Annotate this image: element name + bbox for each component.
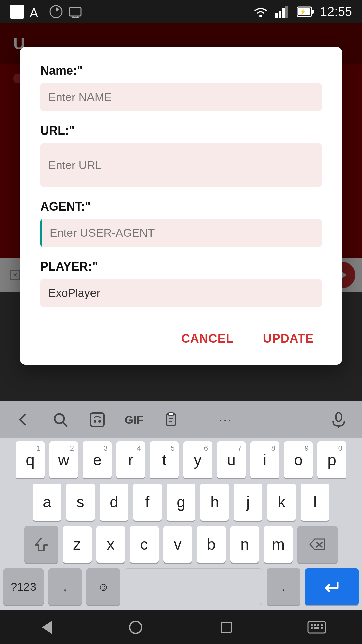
num-hint-3: 3 <box>104 444 108 453</box>
enter-icon <box>323 580 340 593</box>
nav-recents-btn[interactable] <box>213 614 240 641</box>
key-s[interactable]: s <box>66 484 95 521</box>
key-backspace[interactable] <box>297 526 338 563</box>
key-emoji[interactable]: ☺ <box>86 568 120 605</box>
key-k[interactable]: k <box>267 484 296 521</box>
key-z[interactable]: z <box>63 526 92 563</box>
svg-rect-22 <box>169 413 173 415</box>
toolbar-divider <box>198 408 198 431</box>
player-input[interactable] <box>40 279 322 307</box>
key-b[interactable]: b <box>197 526 226 563</box>
key-r[interactable]: 4r <box>116 441 145 478</box>
key-y[interactable]: 6y <box>183 441 212 478</box>
key-q[interactable]: 1q <box>16 441 45 478</box>
nav-home-icon <box>127 619 144 636</box>
svg-point-6 <box>259 15 262 17</box>
key-row-2: a s d f g h j k l <box>3 484 359 521</box>
sticker-icon <box>89 411 106 428</box>
player-field-group: PLAYER:" <box>40 260 322 316</box>
svg-rect-25 <box>336 413 341 421</box>
key-j[interactable]: j <box>234 484 262 521</box>
svg-point-20 <box>98 420 101 423</box>
svg-rect-39 <box>321 627 323 629</box>
svg-rect-34 <box>314 624 316 626</box>
key-period[interactable]: . <box>267 568 300 605</box>
key-num-sym[interactable]: ?123 <box>3 568 44 605</box>
svg-rect-7 <box>275 13 278 18</box>
key-space[interactable] <box>125 568 262 605</box>
dialog-actions: CANCEL UPDATE <box>40 326 322 351</box>
svg-rect-37 <box>311 627 313 629</box>
name-field-group: Name:" <box>40 64 322 120</box>
key-x[interactable]: x <box>96 526 125 563</box>
key-h[interactable]: h <box>200 484 229 521</box>
url-label: URL:" <box>40 124 322 138</box>
keyboard-mic-btn[interactable] <box>325 406 352 433</box>
svg-rect-9 <box>282 8 285 18</box>
keyboard-gif-btn[interactable]: GIF <box>121 406 147 433</box>
update-button[interactable]: UPDATE <box>255 326 322 351</box>
key-d[interactable]: d <box>100 484 128 521</box>
keyboard-sticker-btn[interactable] <box>84 406 111 433</box>
key-row-4: ?123 , ☺ . <box>3 568 359 605</box>
url-input[interactable] <box>40 143 322 187</box>
key-o[interactable]: 9o <box>284 441 313 478</box>
num-hint-7: 7 <box>238 444 242 453</box>
key-c[interactable]: c <box>130 526 159 563</box>
svg-point-19 <box>94 420 96 423</box>
mic-icon <box>330 411 347 428</box>
key-m[interactable]: m <box>264 526 293 563</box>
key-e[interactable]: 3e <box>83 441 112 478</box>
wifi-icon <box>252 5 269 18</box>
keyboard-more-btn[interactable]: ··· <box>212 406 239 433</box>
num-hint-4: 4 <box>137 444 141 453</box>
key-comma[interactable]: , <box>48 568 82 605</box>
clipboard-icon <box>163 411 179 428</box>
nav-keyboard-icon <box>307 619 327 636</box>
agent-input[interactable] <box>40 219 322 247</box>
key-u[interactable]: 7u <box>217 441 246 478</box>
nav-home-btn[interactable] <box>122 614 149 641</box>
key-l[interactable]: l <box>301 484 329 521</box>
bottom-nav-bar <box>0 610 362 644</box>
svg-rect-2 <box>70 7 81 16</box>
num-hint-0: 0 <box>338 444 342 453</box>
svg-rect-38 <box>314 627 319 629</box>
key-t[interactable]: 5t <box>150 441 179 478</box>
nav-back-btn[interactable] <box>32 614 59 641</box>
keyboard-clipboard-btn[interactable] <box>158 406 184 433</box>
status-icon-1 <box>10 5 24 19</box>
key-row-3: z x c v b n m <box>3 526 359 563</box>
key-f[interactable]: f <box>133 484 162 521</box>
svg-rect-10 <box>285 6 288 18</box>
name-label: Name:" <box>40 64 322 78</box>
agent-label: AGENT:" <box>40 200 322 214</box>
key-row-1: 1q 2w 3e 4r 5t 6y 7u 8i 9o 0p <box>3 441 359 478</box>
time-display: 12:55 <box>320 5 352 19</box>
cancel-button[interactable]: CANCEL <box>173 326 242 351</box>
key-v[interactable]: v <box>163 526 192 563</box>
edit-dialog: Name:" URL:" AGENT:" PLAYER:" CANCEL UPD… <box>20 47 342 365</box>
key-shift[interactable] <box>24 526 58 563</box>
keyboard-search-btn[interactable] <box>47 406 74 433</box>
status-icon-2: A <box>29 5 44 19</box>
key-a[interactable]: a <box>33 484 61 521</box>
num-hint-8: 8 <box>271 444 275 453</box>
svg-rect-36 <box>321 624 323 626</box>
nav-keyboard-btn[interactable] <box>303 614 330 641</box>
name-input[interactable] <box>40 83 322 111</box>
nav-back-icon <box>35 617 55 637</box>
num-hint-6: 6 <box>204 444 208 453</box>
svg-rect-31 <box>221 622 231 632</box>
keyboard-back-btn[interactable] <box>10 406 37 433</box>
backspace-icon <box>309 537 326 552</box>
key-w[interactable]: 2w <box>49 441 78 478</box>
num-hint-5: 5 <box>171 444 175 453</box>
key-p[interactable]: 0p <box>317 441 346 478</box>
url-field-group: URL:" <box>40 124 322 196</box>
key-i[interactable]: 8i <box>250 441 279 478</box>
key-n[interactable]: n <box>230 526 259 563</box>
key-enter[interactable] <box>305 568 359 605</box>
num-hint-2: 2 <box>70 444 74 453</box>
key-g[interactable]: g <box>167 484 195 521</box>
